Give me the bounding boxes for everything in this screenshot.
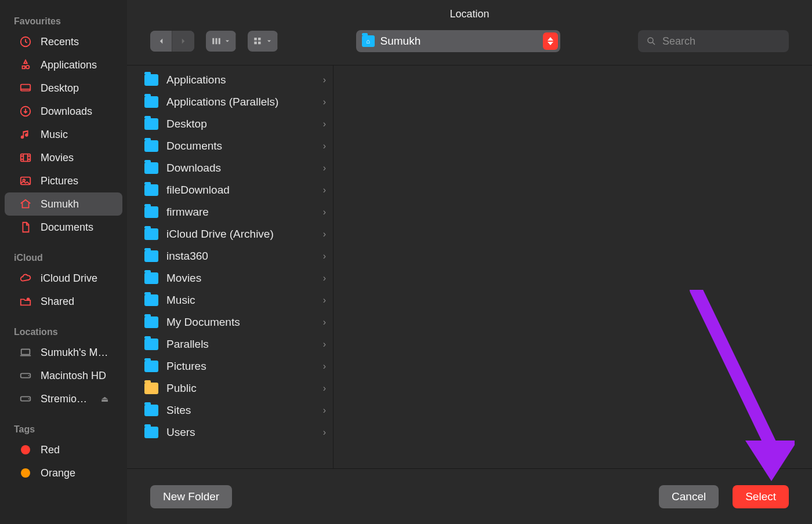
sidebar-header-tags: Tags [0, 421, 127, 438]
folder-row[interactable]: My Documents› [127, 311, 333, 333]
sidebar-item-recents[interactable]: Recents [5, 30, 122, 53]
clock-icon [19, 35, 32, 49]
chevron-right-icon: › [323, 75, 326, 85]
sidebar-item-documents[interactable]: Documents [5, 216, 122, 239]
folder-label: Applications (Parallels) [166, 96, 278, 108]
chevron-right-icon: › [323, 383, 326, 394]
svg-point-6 [27, 298, 30, 301]
svg-rect-12 [212, 38, 214, 45]
document-icon [19, 220, 32, 234]
window-title: Location [127, 0, 812, 28]
folder-label: My Documents [166, 316, 240, 329]
folder-row[interactable]: Parallels› [127, 333, 333, 355]
home-icon [19, 197, 32, 211]
folder-row[interactable]: Users› [127, 421, 333, 443]
folder-row[interactable]: Desktop› [127, 113, 333, 135]
svg-rect-18 [258, 42, 261, 45]
apps-icon [19, 58, 32, 72]
search-field[interactable]: Search [638, 30, 789, 52]
back-button[interactable] [150, 31, 172, 52]
folder-label: Documents [166, 140, 222, 152]
main-panel: Location ⌂ Sumukh Search [127, 0, 812, 524]
folder-icon [144, 206, 158, 218]
svg-rect-3 [21, 154, 31, 162]
folder-row[interactable]: firmware› [127, 201, 333, 223]
chevron-right-icon: › [323, 141, 326, 151]
sidebar-item-music[interactable]: Music [5, 123, 122, 146]
chevron-right-icon: › [323, 317, 326, 328]
folder-row[interactable]: Documents› [127, 135, 333, 157]
svg-rect-7 [21, 350, 30, 355]
folder-icon [144, 316, 158, 328]
folder-row[interactable]: Sites› [127, 399, 333, 421]
folder-row[interactable]: iCloud Drive (Archive)› [127, 223, 333, 245]
folder-label: Applications [166, 74, 226, 86]
chevron-right-icon: › [323, 185, 326, 195]
folder-row[interactable]: Applications (Parallels)› [127, 91, 333, 113]
folder-icon [144, 184, 158, 196]
folder-label: firmware [166, 206, 209, 219]
sidebar-item-pictures[interactable]: Pictures [5, 169, 122, 192]
sidebar-item-laptop[interactable]: Sumukh's M… [5, 341, 122, 364]
sidebar-tag-red[interactable]: Red [5, 438, 122, 461]
search-placeholder: Search [662, 35, 695, 48]
chevron-right-icon: › [323, 251, 326, 261]
chevron-right-icon: › [323, 339, 326, 350]
svg-rect-16 [258, 38, 261, 41]
sidebar-tag-orange[interactable]: Orange [5, 461, 122, 485]
svg-rect-1 [21, 85, 31, 91]
svg-rect-14 [218, 38, 220, 45]
desktop-icon [19, 81, 32, 95]
svg-rect-13 [215, 38, 217, 45]
folder-row[interactable]: insta360› [127, 245, 333, 267]
sidebar-item-hdd[interactable]: Macintosh HD [5, 364, 122, 387]
column-browser: Applications›Applications (Parallels)›De… [127, 65, 812, 468]
folder-row[interactable]: Public› [127, 377, 333, 399]
folder-icon [144, 294, 158, 306]
group-by-button[interactable] [248, 31, 278, 52]
empty-column [334, 66, 812, 468]
folder-icon [144, 118, 158, 130]
sidebar-item-home[interactable]: Sumukh [5, 192, 122, 216]
sidebar-item-applications[interactable]: Applications [5, 53, 122, 77]
folder-row[interactable]: Movies› [127, 267, 333, 289]
shared-folder-icon [19, 294, 32, 308]
folder-row[interactable]: Pictures› [127, 355, 333, 377]
eject-icon[interactable]: ⏏ [101, 394, 108, 403]
tag-dot-icon [19, 443, 32, 457]
sidebar-item-icloud-drive[interactable]: iCloud Drive [5, 267, 122, 290]
forward-button[interactable] [172, 31, 194, 52]
folder-icon [144, 427, 158, 438]
path-stepper-icon[interactable] [543, 32, 558, 50]
path-popup[interactable]: ⌂ Sumukh [356, 30, 560, 52]
folder-row[interactable]: Applications› [127, 69, 333, 91]
laptop-icon [19, 345, 32, 359]
folder-label: Users [166, 426, 195, 439]
group-button [248, 31, 278, 52]
chevron-right-icon: › [323, 119, 326, 129]
home-folder-icon: ⌂ [362, 35, 375, 47]
sidebar: Favourites Recents Applications Desktop … [0, 0, 127, 524]
folder-row[interactable]: Downloads› [127, 157, 333, 179]
folder-icon [144, 405, 158, 416]
svg-rect-17 [254, 42, 257, 45]
sidebar-item-ext-disk[interactable]: Stremio… ⏏ [5, 387, 122, 410]
new-folder-button[interactable]: New Folder [150, 485, 232, 508]
cancel-button[interactable]: Cancel [659, 485, 719, 508]
folder-icon [144, 96, 158, 108]
sidebar-item-shared[interactable]: Shared [5, 290, 122, 313]
folder-icon [144, 272, 158, 284]
select-button[interactable]: Select [733, 485, 789, 508]
folder-label: insta360 [166, 250, 208, 263]
sidebar-item-desktop[interactable]: Desktop [5, 77, 122, 100]
sidebar-item-downloads[interactable]: Downloads [5, 100, 122, 123]
folder-column: Applications›Applications (Parallels)›De… [127, 66, 334, 468]
columns-view-button[interactable] [206, 31, 236, 52]
chevron-right-icon: › [323, 163, 326, 173]
folder-icon [144, 250, 158, 262]
svg-rect-15 [254, 38, 257, 41]
folder-row[interactable]: fileDownload› [127, 179, 333, 201]
sidebar-item-movies[interactable]: Movies [5, 146, 122, 169]
folder-icon [144, 74, 158, 86]
folder-row[interactable]: Music› [127, 289, 333, 311]
